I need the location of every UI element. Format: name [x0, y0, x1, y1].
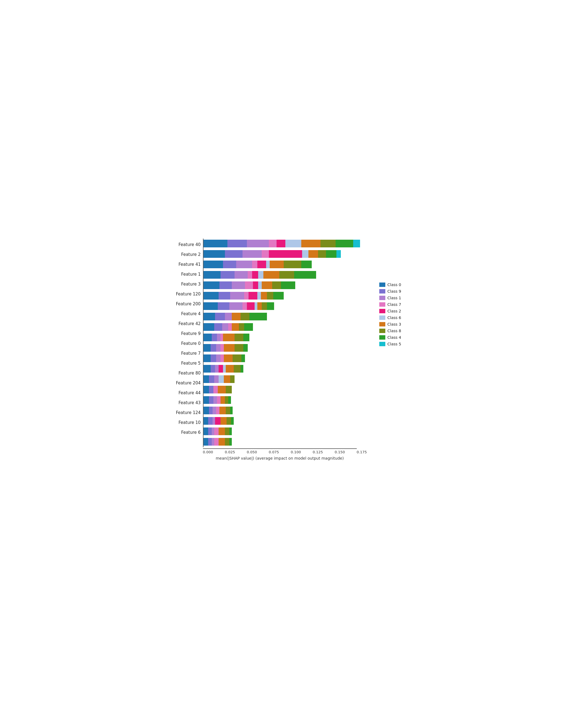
legend-item: Class 7	[379, 302, 412, 307]
bars-section	[203, 239, 371, 447]
bar-segment-class-1	[225, 313, 232, 321]
bar-segment-class-2	[253, 281, 258, 289]
bar-segment-class-3	[224, 344, 234, 352]
bar-segment-class-8	[234, 365, 241, 373]
bar-segment-class-9	[220, 271, 235, 279]
bar-segment-class-0	[203, 427, 208, 435]
y-label: Feature 6	[176, 427, 201, 437]
bar-segment-class-1	[230, 292, 244, 300]
bar-segment-class-7	[216, 407, 220, 414]
legend-swatch	[379, 315, 385, 320]
bar-segment-class-1	[212, 427, 214, 435]
bar-row	[203, 291, 371, 301]
bar-segment-class-2	[215, 417, 220, 425]
bar-segment-class-1	[213, 407, 216, 414]
bar-segment-class-3	[219, 427, 225, 435]
bar-segment-class-9	[209, 386, 213, 394]
bar-segment-class-8	[235, 334, 243, 341]
bar-segment-class-1	[215, 365, 219, 373]
bar-segment-class-6	[258, 271, 263, 279]
bar-row	[203, 437, 371, 447]
bars-and-legend: Class 0Class 9Class 1Class 7Class 2Class…	[203, 239, 412, 447]
y-label: Feature 0	[176, 338, 201, 349]
bar-segment-class-3	[232, 323, 239, 331]
bar-segment-class-4	[228, 396, 231, 404]
bar-segment-class-7	[242, 302, 247, 310]
bar-segment-class-8	[230, 375, 235, 383]
bar-segment-class-6	[219, 375, 224, 383]
y-label: Feature 120	[176, 289, 201, 299]
bar-segment-class-8	[227, 417, 231, 425]
bar-segment-class-8	[267, 292, 273, 300]
y-axis-line	[203, 239, 204, 447]
bar-segment-class-7	[214, 438, 219, 446]
legend-swatch	[379, 335, 385, 340]
bar-segment-class-1	[217, 334, 220, 341]
bar-segment-class-2	[247, 302, 255, 310]
bar-segment-class-0	[203, 334, 212, 341]
bar-segment-class-1	[242, 250, 262, 258]
legend-label: Class 7	[387, 302, 401, 307]
bar-segment-class-1	[216, 344, 220, 352]
bar-segment-class-2	[252, 271, 258, 279]
chart-container: Feature 40Feature 2Feature 41Feature 1Fe…	[170, 233, 418, 477]
bar-segment-class-7	[252, 261, 257, 268]
bar-row	[203, 395, 371, 405]
bar-segment-class-8	[318, 250, 326, 258]
bar-row	[203, 301, 371, 311]
bar-segment-class-3	[232, 313, 241, 321]
bar-segment-class-8	[226, 386, 232, 394]
legend-item: Class 4	[379, 335, 412, 340]
bar-segment-class-3	[219, 438, 225, 446]
bar-row	[203, 249, 371, 259]
bar-segment-class-7	[269, 240, 277, 247]
bar-segment-class-6	[255, 302, 257, 310]
x-axis-label: mean(|SHAP value|) (average impact on mo…	[203, 456, 357, 460]
legend-item: Class 8	[379, 329, 412, 333]
y-label: Feature 5	[176, 358, 201, 368]
y-label: Feature 42	[176, 319, 201, 329]
bar-segment-class-0	[203, 292, 219, 300]
x-axis: 0.0000.0250.0500.0750.1000.1250.1500.175…	[203, 448, 412, 460]
y-label: Feature 44	[176, 388, 201, 398]
bar-segment-class-3	[262, 281, 272, 289]
y-label: Feature 40	[176, 240, 201, 250]
y-label: Feature 3	[176, 279, 201, 289]
chart-area: Feature 40Feature 2Feature 41Feature 1Fe…	[176, 239, 412, 447]
bar-segment-class-2	[269, 250, 302, 258]
bar-segment-class-9	[225, 250, 242, 258]
bar-segment-class-1	[229, 302, 242, 310]
bar-segment-class-7	[214, 427, 219, 435]
bar-segment-class-0	[203, 438, 208, 446]
bar-segment-class-0	[203, 417, 208, 425]
bar-segment-class-3	[308, 250, 318, 258]
legend-swatch	[379, 329, 385, 333]
bar-segment-class-4	[231, 417, 234, 425]
bar-segment-class-5	[353, 240, 360, 247]
bar-segment-class-2	[277, 240, 285, 247]
legend-item: Class 9	[379, 289, 412, 293]
bar-row	[203, 374, 371, 384]
bar-segment-class-3	[219, 407, 226, 414]
bar-segment-class-4	[241, 365, 243, 373]
bar-segment-class-8	[233, 354, 241, 362]
legend-item: Class 1	[379, 296, 412, 300]
bar-segment-class-9	[211, 354, 216, 362]
bar-segment-class-7	[213, 386, 218, 394]
legend-label: Class 4	[387, 335, 401, 340]
bar-segment-class-8	[225, 438, 229, 446]
bar-segment-class-1	[213, 396, 217, 404]
legend-item: Class 0	[379, 283, 412, 287]
y-label: Feature 204	[176, 378, 201, 388]
bar-segment-class-4	[301, 261, 312, 268]
bar-segment-class-8	[272, 281, 281, 289]
bar-segment-class-0	[203, 261, 223, 268]
bar-segment-class-2	[219, 365, 223, 373]
bar-segment-class-8	[284, 261, 301, 268]
legend-label: Class 0	[387, 283, 401, 287]
bar-segment-class-3	[270, 261, 284, 268]
legend-label: Class 2	[387, 309, 401, 313]
legend-item: Class 6	[379, 315, 412, 320]
bar-segment-class-9	[215, 313, 225, 321]
y-axis-labels: Feature 40Feature 2Feature 41Feature 1Fe…	[176, 239, 201, 437]
